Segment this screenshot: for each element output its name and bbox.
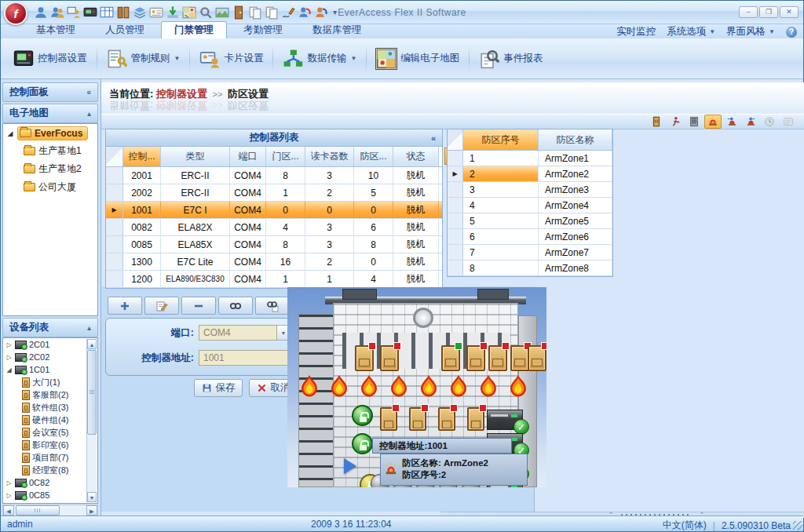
row-selector[interactable] [448, 245, 463, 260]
fire-alarm-icon[interactable] [418, 375, 440, 399]
row-selector[interactable] [448, 151, 463, 166]
download-icon[interactable] [166, 5, 180, 20]
row-selector[interactable] [106, 184, 123, 201]
column-header[interactable]: 类型 [161, 147, 230, 166]
row-selector[interactable] [106, 167, 123, 184]
door-marker-icon[interactable] [528, 345, 546, 371]
find-button[interactable] [218, 297, 253, 315]
table-cell[interactable]: ELA890/E3C830 [161, 271, 230, 287]
fire-alarm-icon[interactable] [328, 375, 350, 399]
status-language[interactable]: 中文(简体) [663, 519, 707, 532]
signature-icon[interactable] [281, 5, 295, 20]
tab-2[interactable]: 人员管理 [92, 21, 158, 38]
door-marker-icon[interactable] [466, 345, 485, 371]
user-redo-icon[interactable] [314, 5, 328, 20]
scroll-down-icon[interactable]: ▼ [87, 492, 97, 502]
table-cell[interactable]: 3 [305, 167, 354, 184]
users-icon[interactable] [50, 5, 64, 20]
table-cell[interactable]: 1300 [123, 253, 161, 270]
add-button[interactable] [108, 297, 142, 315]
table-cell[interactable]: 0085 [123, 236, 161, 253]
table-row[interactable]: ▶1001E7C ICOM4000脱机 [106, 202, 442, 219]
table-cell[interactable]: 2002 [123, 184, 161, 201]
table-cell[interactable]: ERC-II [161, 167, 230, 184]
row-selector[interactable] [448, 198, 463, 213]
table-cell[interactable]: 4 [354, 271, 393, 287]
device-tree-node[interactable]: ▷2C01 [3, 338, 97, 351]
hscroll-thumb[interactable] [16, 505, 60, 516]
table-cell[interactable]: 0 [354, 253, 393, 270]
table-cell[interactable]: 1 [305, 271, 354, 287]
armed-lock-icon[interactable] [352, 433, 373, 454]
device-tree-door[interactable]: 硬件组(4) [3, 414, 97, 426]
sidebar-panel-devices[interactable]: 设备列表 ▴ [2, 318, 98, 337]
select-all-corner[interactable] [448, 129, 463, 150]
table-cell[interactable]: 脱机 [393, 236, 439, 253]
device-tree-door[interactable]: 影印室(6) [3, 439, 97, 451]
table-cell[interactable]: ELA85X [161, 236, 230, 253]
tab-3[interactable]: 门禁管理 [161, 21, 227, 38]
table-cell[interactable]: 8 [354, 236, 393, 253]
menu-item-2[interactable]: 系统选项▼ [667, 25, 715, 38]
table-cell[interactable]: COM4 [230, 219, 266, 235]
table-cell[interactable]: 1 [266, 271, 305, 287]
toolbar-overflow-icon[interactable]: ▾ [333, 8, 337, 16]
search-icon[interactable] [199, 5, 213, 20]
door-icon[interactable] [648, 115, 665, 129]
table-row[interactable]: 2002ERC-IICOM4125脱机 [106, 184, 442, 202]
collapse-left-icon[interactable]: « [86, 88, 91, 97]
table-cell[interactable]: 脱机 [393, 219, 439, 235]
siren-out-icon[interactable] [742, 115, 759, 129]
user-icon[interactable] [34, 5, 48, 20]
door-marker-icon[interactable] [510, 345, 529, 371]
table-row[interactable]: 4ArmZone4 [448, 198, 612, 213]
table-row[interactable]: 3ArmZone3 [448, 182, 612, 198]
tree-expanded-icon[interactable]: ◢ [5, 366, 13, 373]
table-cell[interactable]: 4 [463, 198, 539, 213]
fire-alarm-icon[interactable] [507, 375, 529, 399]
table-row[interactable]: 6ArmZone6 [448, 229, 612, 245]
tab-4[interactable]: 考勤管理 [230, 21, 296, 38]
maximize-button[interactable]: ❐ [759, 6, 778, 18]
door-marker-icon[interactable] [438, 407, 455, 431]
row-selector[interactable]: ▶ [448, 166, 463, 181]
table-cell[interactable]: 3 [305, 219, 354, 235]
table-cell[interactable]: 脱机 [393, 271, 439, 287]
table-cell[interactable]: 2 [305, 253, 354, 270]
table-row[interactable]: 7ArmZone7 [448, 245, 612, 261]
layers-icon[interactable] [133, 5, 147, 20]
table-cell[interactable]: 5 [463, 213, 539, 228]
page-paste-icon[interactable] [265, 5, 279, 20]
fire-alarm-icon[interactable] [448, 375, 470, 399]
select-all-corner[interactable] [106, 147, 123, 166]
table-cell[interactable]: E7C Lite [161, 253, 230, 270]
row-selector[interactable] [106, 219, 123, 235]
table-cell[interactable]: 7 [463, 245, 539, 260]
column-header[interactable]: 状态 [393, 147, 439, 166]
table-cell[interactable]: COM4 [230, 167, 266, 184]
tab-1[interactable]: 基本管理 [23, 21, 89, 38]
vscroll-thumb[interactable] [87, 350, 97, 435]
save-button[interactable]: 保存 [194, 379, 243, 397]
tree-collapsed-icon[interactable]: ▷ [5, 479, 13, 486]
door-marker-icon[interactable] [488, 345, 507, 371]
row-selector[interactable] [106, 236, 123, 253]
tree-expanded-icon[interactable]: ◢ [6, 129, 14, 137]
doors-icon[interactable] [116, 5, 130, 20]
table-row[interactable]: 0082ELA82XCOM4436脱机 [106, 219, 442, 236]
table-cell[interactable]: 4 [266, 219, 305, 235]
table-cell[interactable]: 1200 [123, 271, 161, 287]
table-cell[interactable]: 0 [354, 202, 393, 218]
door-marker-icon[interactable] [380, 345, 399, 371]
column-header[interactable]: 防区序号 [463, 129, 539, 150]
controller-icon[interactable] [83, 5, 97, 20]
ribbon-button-6[interactable]: 事件报表 [471, 44, 550, 74]
device-tree-door[interactable]: 会议室(5) [3, 426, 97, 439]
table-cell[interactable]: 6 [463, 229, 539, 244]
help-icon[interactable]: ? [786, 27, 797, 38]
ribbon-button-3[interactable]: 卡片设置 [192, 44, 271, 74]
table-cell[interactable]: E7C I [161, 202, 230, 218]
table-cell[interactable]: ArmZone3 [539, 182, 612, 197]
address-field[interactable]: 1001 [199, 350, 291, 366]
table-row[interactable]: 1200ELA890/E3C830COM4114脱机 [106, 271, 442, 288]
